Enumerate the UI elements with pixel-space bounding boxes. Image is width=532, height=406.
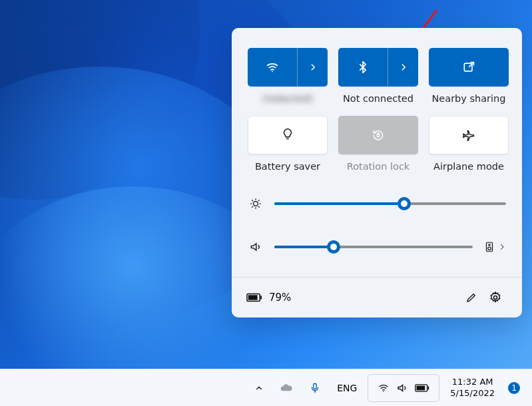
bluetooth-label: Not connected xyxy=(343,93,413,104)
notification-center[interactable]: 1 xyxy=(505,375,523,401)
clock[interactable]: 11:32 AM 5/15/2022 xyxy=(445,375,500,401)
svg-rect-9 xyxy=(248,295,258,300)
wifi-tile[interactable] xyxy=(248,48,328,87)
airplane-mode-tile[interactable] xyxy=(429,116,509,154)
system-tray[interactable] xyxy=(368,374,439,402)
airplane-icon xyxy=(462,128,475,142)
microphone-icon[interactable] xyxy=(304,375,326,401)
volume-slider[interactable] xyxy=(248,240,506,254)
rotation-lock-icon xyxy=(372,128,385,142)
battery-saver-icon xyxy=(280,128,295,142)
battery-saver-label: Battery saver xyxy=(255,161,320,172)
chevron-right-icon[interactable] xyxy=(498,243,506,251)
svg-rect-12 xyxy=(314,383,317,389)
wifi-label: (redacted) xyxy=(262,93,313,104)
wifi-icon xyxy=(248,48,297,87)
tray-wifi-icon[interactable] xyxy=(375,375,392,401)
svg-point-7 xyxy=(488,247,491,250)
nearby-sharing-label: Nearby sharing xyxy=(431,93,505,104)
bluetooth-icon xyxy=(338,48,388,87)
rotation-lock-label: Rotation lock xyxy=(347,161,410,172)
bluetooth-expand-button[interactable] xyxy=(388,48,418,87)
taskbar: ENG 11:32 AM 5/15/2022 1 xyxy=(0,369,532,406)
svg-point-6 xyxy=(489,244,490,246)
wifi-expand-button[interactable] xyxy=(297,48,328,87)
clock-time: 11:32 AM xyxy=(452,377,493,387)
battery-saver-tile[interactable] xyxy=(248,116,328,154)
settings-button[interactable] xyxy=(483,286,507,309)
bluetooth-tile[interactable] xyxy=(338,48,418,87)
tray-chevron-up[interactable] xyxy=(249,375,269,401)
language-indicator[interactable]: ENG xyxy=(332,375,362,401)
share-icon xyxy=(462,61,475,74)
nearby-sharing-tile[interactable] xyxy=(429,48,509,87)
svg-point-11 xyxy=(494,296,497,300)
svg-point-4 xyxy=(254,202,258,206)
svg-point-1 xyxy=(272,71,273,73)
audio-output-button[interactable] xyxy=(483,240,495,254)
battery-icon xyxy=(246,292,262,303)
brightness-icon xyxy=(248,197,264,210)
svg-rect-16 xyxy=(428,386,429,389)
svg-rect-15 xyxy=(417,385,425,390)
svg-rect-10 xyxy=(260,296,262,300)
brightness-slider[interactable] xyxy=(248,197,506,210)
edit-button[interactable] xyxy=(459,286,483,309)
svg-point-13 xyxy=(384,391,385,392)
tray-volume-icon[interactable] xyxy=(394,375,411,401)
notification-badge: 1 xyxy=(508,382,520,394)
airplane-mode-label: Airplane mode xyxy=(433,161,504,172)
onedrive-icon[interactable] xyxy=(274,375,298,401)
quick-settings-panel: (redacted) Not connected xyxy=(232,28,522,317)
tray-battery-icon[interactable] xyxy=(412,375,432,401)
clock-date: 5/15/2022 xyxy=(450,388,495,399)
volume-icon xyxy=(248,240,264,254)
battery-status[interactable]: 79% xyxy=(246,292,291,304)
battery-percent: 79% xyxy=(269,292,291,304)
rotation-lock-tile[interactable] xyxy=(338,116,418,154)
